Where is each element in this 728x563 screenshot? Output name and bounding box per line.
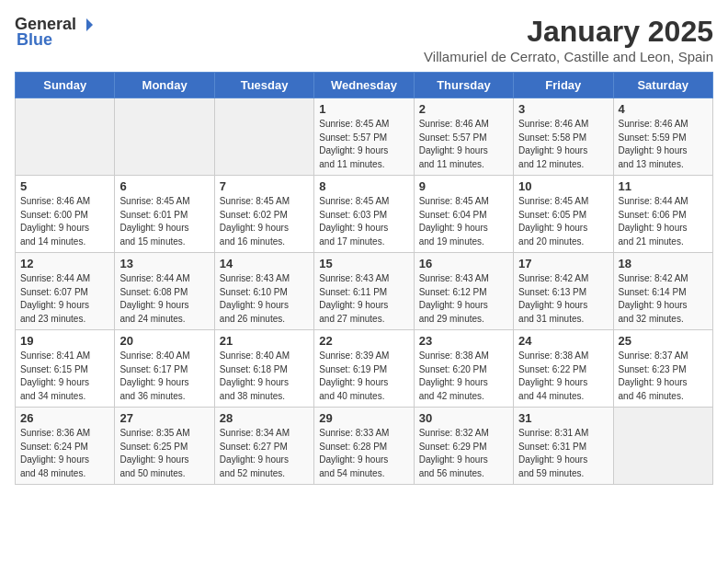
- calendar-week-row: 26Sunrise: 8:36 AM Sunset: 6:24 PM Dayli…: [16, 408, 713, 485]
- day-info: Sunrise: 8:43 AM Sunset: 6:11 PM Dayligh…: [319, 272, 408, 326]
- day-info: Sunrise: 8:38 AM Sunset: 6:22 PM Dayligh…: [518, 350, 608, 403]
- day-number: 4: [619, 102, 708, 116]
- calendar-cell: 13Sunrise: 8:44 AM Sunset: 6:08 PM Dayli…: [115, 253, 214, 330]
- calendar-week-row: 19Sunrise: 8:41 AM Sunset: 6:15 PM Dayli…: [16, 330, 713, 408]
- calendar-cell: 21Sunrise: 8:40 AM Sunset: 6:18 PM Dayli…: [214, 330, 313, 408]
- title-block: January 2025 Villamuriel de Cerrato, Cas…: [424, 15, 713, 64]
- day-info: Sunrise: 8:45 AM Sunset: 6:02 PM Dayligh…: [220, 195, 309, 248]
- calendar-cell: 1Sunrise: 8:45 AM Sunset: 5:57 PM Daylig…: [314, 98, 414, 176]
- calendar-cell: 27Sunrise: 8:35 AM Sunset: 6:25 PM Dayli…: [115, 408, 214, 485]
- day-number: 15: [319, 257, 408, 270]
- weekday-header: Tuesday: [214, 73, 313, 98]
- calendar-week-row: 5Sunrise: 8:46 AM Sunset: 6:00 PM Daylig…: [16, 176, 713, 253]
- day-info: Sunrise: 8:31 AM Sunset: 6:31 PM Dayligh…: [518, 427, 608, 480]
- day-number: 8: [319, 179, 408, 193]
- calendar-cell: 30Sunrise: 8:32 AM Sunset: 6:29 PM Dayli…: [414, 408, 513, 485]
- day-number: 17: [518, 257, 608, 270]
- day-info: Sunrise: 8:45 AM Sunset: 6:05 PM Dayligh…: [518, 195, 608, 248]
- calendar-cell: 26Sunrise: 8:36 AM Sunset: 6:24 PM Dayli…: [16, 408, 115, 485]
- day-info: Sunrise: 8:33 AM Sunset: 6:28 PM Dayligh…: [319, 427, 408, 480]
- day-number: 21: [220, 334, 309, 348]
- day-info: Sunrise: 8:46 AM Sunset: 5:59 PM Dayligh…: [619, 118, 708, 171]
- page-header: General Blue January 2025 Villamuriel de…: [15, 15, 713, 64]
- day-number: 9: [419, 179, 508, 193]
- calendar-cell: 17Sunrise: 8:42 AM Sunset: 6:13 PM Dayli…: [514, 253, 613, 330]
- day-number: 16: [419, 257, 508, 270]
- day-info: Sunrise: 8:37 AM Sunset: 6:23 PM Dayligh…: [619, 350, 708, 403]
- day-info: Sunrise: 8:38 AM Sunset: 6:20 PM Dayligh…: [419, 350, 508, 403]
- calendar-week-row: 12Sunrise: 8:44 AM Sunset: 6:07 PM Dayli…: [16, 253, 713, 330]
- day-info: Sunrise: 8:32 AM Sunset: 6:29 PM Dayligh…: [419, 427, 508, 480]
- calendar-cell: 2Sunrise: 8:46 AM Sunset: 5:57 PM Daylig…: [414, 98, 513, 176]
- logo-icon: [78, 17, 95, 33]
- calendar-cell: 15Sunrise: 8:43 AM Sunset: 6:11 PM Dayli…: [314, 253, 414, 330]
- day-info: Sunrise: 8:46 AM Sunset: 5:57 PM Dayligh…: [419, 118, 508, 171]
- day-number: 5: [20, 179, 109, 193]
- day-number: 6: [119, 179, 209, 193]
- day-info: Sunrise: 8:45 AM Sunset: 6:01 PM Dayligh…: [119, 195, 209, 248]
- day-info: Sunrise: 8:46 AM Sunset: 6:00 PM Dayligh…: [20, 195, 109, 248]
- calendar-table: SundayMondayTuesdayWednesdayThursdayFrid…: [15, 72, 713, 485]
- calendar-cell: 18Sunrise: 8:42 AM Sunset: 6:14 PM Dayli…: [613, 253, 712, 330]
- day-number: 1: [319, 102, 408, 116]
- calendar-cell: 19Sunrise: 8:41 AM Sunset: 6:15 PM Dayli…: [16, 330, 115, 408]
- calendar-cell: 12Sunrise: 8:44 AM Sunset: 6:07 PM Dayli…: [16, 253, 115, 330]
- day-number: 24: [518, 334, 608, 348]
- day-info: Sunrise: 8:45 AM Sunset: 6:03 PM Dayligh…: [319, 195, 408, 248]
- weekday-header: Saturday: [613, 73, 712, 98]
- calendar-cell: 24Sunrise: 8:38 AM Sunset: 6:22 PM Dayli…: [514, 330, 613, 408]
- month-title: January 2025: [424, 15, 713, 49]
- weekday-header: Friday: [514, 73, 613, 98]
- calendar-cell: 3Sunrise: 8:46 AM Sunset: 5:58 PM Daylig…: [514, 98, 613, 176]
- calendar-cell: 25Sunrise: 8:37 AM Sunset: 6:23 PM Dayli…: [613, 330, 712, 408]
- calendar-cell: 14Sunrise: 8:43 AM Sunset: 6:10 PM Dayli…: [214, 253, 313, 330]
- calendar-cell: 4Sunrise: 8:46 AM Sunset: 5:59 PM Daylig…: [613, 98, 712, 176]
- day-number: 10: [518, 179, 608, 193]
- day-info: Sunrise: 8:44 AM Sunset: 6:06 PM Dayligh…: [619, 195, 708, 248]
- day-info: Sunrise: 8:35 AM Sunset: 6:25 PM Dayligh…: [119, 427, 209, 480]
- day-number: 7: [220, 179, 309, 193]
- calendar-cell: [214, 98, 313, 176]
- day-number: 19: [20, 334, 109, 348]
- day-info: Sunrise: 8:44 AM Sunset: 6:08 PM Dayligh…: [119, 272, 209, 326]
- calendar-cell: 6Sunrise: 8:45 AM Sunset: 6:01 PM Daylig…: [115, 176, 214, 253]
- day-number: 23: [419, 334, 508, 348]
- weekday-header: Sunday: [16, 73, 115, 98]
- calendar-cell: 10Sunrise: 8:45 AM Sunset: 6:05 PM Dayli…: [514, 176, 613, 253]
- day-info: Sunrise: 8:39 AM Sunset: 6:19 PM Dayligh…: [319, 350, 408, 403]
- weekday-header-row: SundayMondayTuesdayWednesdayThursdayFrid…: [16, 73, 713, 98]
- day-info: Sunrise: 8:42 AM Sunset: 6:14 PM Dayligh…: [619, 272, 708, 326]
- day-number: 31: [518, 411, 608, 425]
- calendar-cell: 29Sunrise: 8:33 AM Sunset: 6:28 PM Dayli…: [314, 408, 414, 485]
- day-info: Sunrise: 8:40 AM Sunset: 6:17 PM Dayligh…: [119, 350, 209, 403]
- day-number: 20: [119, 334, 209, 348]
- logo-blue-text: Blue: [15, 30, 52, 50]
- calendar-cell: 11Sunrise: 8:44 AM Sunset: 6:06 PM Dayli…: [613, 176, 712, 253]
- day-info: Sunrise: 8:43 AM Sunset: 6:10 PM Dayligh…: [220, 272, 309, 326]
- day-info: Sunrise: 8:46 AM Sunset: 5:58 PM Dayligh…: [518, 118, 608, 171]
- weekday-header: Wednesday: [314, 73, 414, 98]
- day-number: 11: [619, 179, 708, 193]
- day-number: 25: [619, 334, 708, 348]
- calendar-cell: [16, 98, 115, 176]
- weekday-header: Thursday: [414, 73, 513, 98]
- calendar-cell: 16Sunrise: 8:43 AM Sunset: 6:12 PM Dayli…: [414, 253, 513, 330]
- day-number: 12: [20, 257, 109, 270]
- day-number: 18: [619, 257, 708, 270]
- calendar-cell: 22Sunrise: 8:39 AM Sunset: 6:19 PM Dayli…: [314, 330, 414, 408]
- day-number: 2: [419, 102, 508, 116]
- calendar-cell: 8Sunrise: 8:45 AM Sunset: 6:03 PM Daylig…: [314, 176, 414, 253]
- weekday-header: Monday: [115, 73, 214, 98]
- logo: General Blue: [15, 15, 95, 50]
- day-info: Sunrise: 8:45 AM Sunset: 5:57 PM Dayligh…: [319, 118, 408, 171]
- day-number: 28: [220, 411, 309, 425]
- day-number: 22: [319, 334, 408, 348]
- day-number: 13: [119, 257, 209, 270]
- calendar-cell: 31Sunrise: 8:31 AM Sunset: 6:31 PM Dayli…: [514, 408, 613, 485]
- calendar-cell: 20Sunrise: 8:40 AM Sunset: 6:17 PM Dayli…: [115, 330, 214, 408]
- calendar-cell: 28Sunrise: 8:34 AM Sunset: 6:27 PM Dayli…: [214, 408, 313, 485]
- calendar-cell: 9Sunrise: 8:45 AM Sunset: 6:04 PM Daylig…: [414, 176, 513, 253]
- day-number: 14: [220, 257, 309, 270]
- svg-marker-0: [86, 18, 93, 31]
- location-title: Villamuriel de Cerrato, Castille and Leo…: [424, 49, 713, 64]
